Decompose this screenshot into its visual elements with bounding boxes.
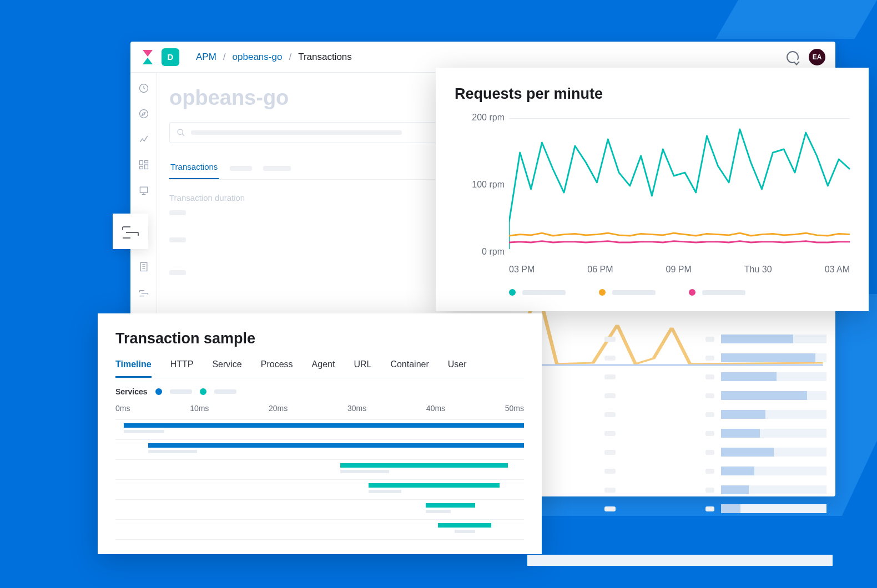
service-dot [155, 388, 162, 395]
service-dot [200, 388, 206, 395]
tab-transactions[interactable]: Transactions [169, 158, 219, 179]
apm-nav-popout[interactable] [113, 214, 148, 249]
list-item[interactable] [604, 467, 826, 475]
list-item[interactable] [604, 485, 826, 494]
ts-tabs: TimelineHTTPServiceProcessAgentURLContai… [115, 359, 524, 378]
svg-point-1 [139, 110, 148, 118]
apm-icon[interactable] [138, 287, 149, 298]
search-icon [177, 128, 185, 137]
dashboard-icon[interactable] [138, 159, 149, 170]
svg-rect-4 [144, 165, 148, 169]
canvas-icon[interactable] [138, 185, 149, 196]
rpm-xticks: 03 PM 06 PM 09 PM Thu 30 03 AM [509, 265, 850, 275]
svg-rect-5 [139, 166, 143, 169]
transactions-list [604, 334, 826, 523]
tab-placeholder[interactable] [263, 166, 291, 171]
breadcrumb-current: Transactions [298, 52, 352, 63]
visualize-icon[interactable] [138, 134, 149, 145]
ts-tab-url[interactable]: URL [354, 359, 371, 378]
legend-item[interactable] [689, 289, 745, 296]
rpm-chart: 200 rpm 100 rpm 0 rpm [455, 116, 850, 260]
svg-rect-7 [140, 263, 147, 271]
list-item[interactable] [604, 429, 826, 438]
svg-rect-2 [139, 161, 143, 165]
span-row[interactable] [115, 500, 524, 520]
kibana-logo-icon[interactable] [140, 50, 155, 64]
list-item[interactable] [604, 391, 826, 400]
waterfall[interactable] [115, 419, 524, 540]
discover-icon[interactable] [138, 108, 149, 119]
list-item[interactable] [604, 410, 826, 419]
rpm-card: Requests per minute 200 rpm 100 rpm 0 rp… [436, 68, 869, 311]
transaction-sample-card: Transaction sample TimelineHTTPServicePr… [98, 313, 542, 554]
list-item[interactable] [604, 334, 826, 343]
ts-title: Transaction sample [115, 330, 524, 347]
rpm-title: Requests per minute [455, 85, 850, 103]
ts-tab-container[interactable]: Container [390, 359, 429, 378]
footer-placeholder [527, 555, 833, 566]
tab-placeholder[interactable] [230, 166, 252, 171]
svg-rect-3 [144, 161, 148, 163]
svg-rect-6 [140, 187, 147, 192]
list-item[interactable] [604, 353, 826, 362]
rpm-legend [509, 289, 850, 296]
ts-xticks: 0ms10ms20ms30ms40ms50ms [115, 404, 524, 413]
ts-tab-agent[interactable]: Agent [312, 359, 335, 378]
space-selector[interactable]: D [162, 48, 179, 66]
legend-item[interactable] [509, 289, 566, 296]
breadcrumb-service[interactable]: opbeans-go [233, 52, 283, 63]
svg-point-8 [178, 129, 183, 134]
list-item[interactable] [604, 372, 826, 381]
span-row[interactable] [115, 420, 524, 440]
span-row[interactable] [115, 480, 524, 500]
ts-tab-http[interactable]: HTTP [170, 359, 194, 378]
infra-icon[interactable] [138, 261, 149, 272]
avatar[interactable]: EA [809, 49, 825, 65]
breadcrumb: APM / opbeans-go / Transactions [196, 52, 352, 63]
legend-item[interactable] [599, 289, 656, 296]
ts-tab-service[interactable]: Service [212, 359, 241, 378]
breadcrumb-apm[interactable]: APM [196, 52, 216, 63]
ts-services-legend: Services [115, 387, 524, 396]
list-item[interactable] [604, 504, 826, 513]
ts-tab-process[interactable]: Process [261, 359, 293, 378]
span-row[interactable] [115, 460, 524, 480]
ts-tab-user[interactable]: User [448, 359, 467, 378]
list-item[interactable] [604, 448, 826, 457]
ts-tab-timeline[interactable]: Timeline [115, 359, 152, 378]
span-row[interactable] [115, 520, 524, 540]
recent-icon[interactable] [138, 83, 149, 94]
span-row[interactable] [115, 440, 524, 460]
feedback-icon[interactable] [787, 51, 799, 63]
